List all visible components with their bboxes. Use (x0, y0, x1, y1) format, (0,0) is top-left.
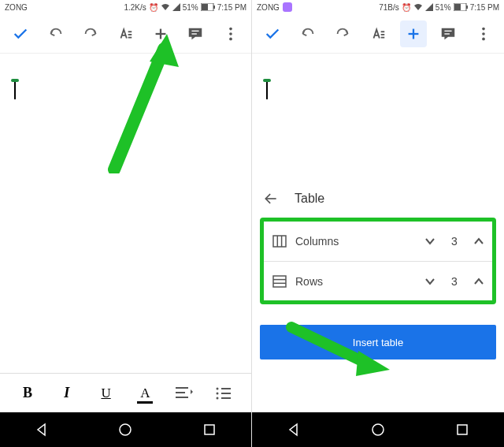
carrier-label: ZONG (257, 3, 280, 12)
svg-point-22 (120, 424, 131, 435)
bold-button[interactable]: B (13, 379, 42, 408)
redo-button[interactable] (329, 20, 356, 47)
wifi-icon (161, 3, 170, 11)
columns-increase-button[interactable] (473, 236, 484, 247)
nav-recent-button[interactable] (454, 422, 470, 438)
android-navbar (252, 412, 504, 447)
columns-row: Columns 3 (264, 222, 492, 261)
alarm-icon: ⏰ (149, 3, 158, 12)
battery-icon (201, 3, 215, 11)
svg-rect-2 (213, 6, 215, 9)
svg-point-11 (229, 32, 232, 35)
alarm-icon: ⏰ (402, 3, 411, 12)
svg-point-16 (217, 387, 219, 389)
nav-home-button[interactable] (117, 422, 133, 438)
italic-button[interactable]: I (53, 379, 81, 408)
signal-icon (425, 3, 433, 11)
battery-pct: 51% (183, 3, 198, 12)
svg-point-36 (482, 37, 485, 40)
document-area[interactable] (252, 54, 504, 180)
svg-point-10 (229, 27, 232, 30)
rows-label: Rows (295, 275, 417, 288)
rows-icon (272, 274, 287, 289)
done-button[interactable] (7, 20, 34, 47)
insert-button[interactable] (400, 20, 427, 47)
clock-label: 7:15 PM (470, 3, 499, 12)
svg-rect-1 (202, 4, 208, 10)
signal-icon (172, 3, 180, 11)
insert-button[interactable] (147, 20, 174, 47)
rows-stepper: 3 (424, 275, 484, 288)
svg-rect-41 (273, 276, 286, 287)
format-button[interactable] (112, 20, 139, 47)
insert-table-panel: Table Columns 3 Rows (252, 180, 504, 412)
status-bar: ZONG 71B/s ⏰ 51% 7:15 PM (252, 0, 504, 14)
notification-badge-icon (283, 2, 292, 12)
comment-button[interactable] (435, 20, 461, 47)
wifi-icon (413, 3, 423, 11)
overflow-menu-button[interactable] (217, 20, 244, 47)
svg-point-34 (482, 27, 485, 30)
net-speed: 1.2K/s (124, 3, 146, 12)
carrier-label: ZONG (5, 3, 28, 12)
nav-recent-button[interactable] (202, 422, 217, 438)
document-area[interactable] (0, 54, 251, 373)
editor-toolbar (252, 14, 504, 54)
svg-rect-26 (466, 6, 468, 9)
battery-icon (454, 3, 468, 11)
svg-rect-45 (458, 425, 467, 434)
overflow-menu-button[interactable] (470, 20, 497, 47)
svg-point-44 (372, 424, 384, 435)
phone-left: ZONG 1.2K/s ⏰ 51% 7:15 PM (0, 0, 252, 447)
svg-point-35 (482, 32, 485, 35)
rows-row: Rows 3 (264, 261, 492, 300)
net-speed: 71B/s (379, 3, 399, 12)
status-bar: ZONG 1.2K/s ⏰ 51% 7:15 PM (0, 0, 251, 14)
phone-right: ZONG 71B/s ⏰ 51% 7:15 PM (252, 0, 504, 447)
format-button[interactable] (365, 20, 391, 47)
comment-button[interactable] (182, 20, 209, 47)
nav-back-button[interactable] (34, 422, 50, 438)
rows-value: 3 (447, 275, 462, 288)
svg-point-12 (229, 37, 232, 40)
battery-pct: 51% (435, 3, 451, 12)
undo-button[interactable] (295, 20, 321, 47)
table-config-box: Columns 3 Rows 3 (260, 218, 496, 304)
panel-back-button[interactable] (263, 191, 279, 207)
redo-button[interactable] (77, 20, 104, 47)
svg-rect-38 (273, 236, 286, 247)
rows-decrease-button[interactable] (424, 276, 435, 287)
svg-rect-23 (205, 425, 214, 434)
columns-decrease-button[interactable] (424, 236, 435, 247)
text-cursor (14, 82, 16, 99)
underline-button[interactable]: U (92, 379, 120, 408)
columns-label: Columns (295, 235, 417, 248)
nav-back-button[interactable] (286, 422, 302, 438)
text-cursor (266, 82, 268, 99)
columns-stepper: 3 (424, 235, 484, 248)
columns-value: 3 (447, 235, 462, 248)
android-navbar (0, 412, 251, 447)
list-button[interactable] (209, 379, 238, 408)
align-button[interactable] (170, 379, 198, 408)
undo-button[interactable] (43, 20, 69, 47)
svg-rect-25 (454, 4, 461, 10)
editor-toolbar (0, 14, 251, 54)
text-color-button[interactable]: A (131, 379, 159, 408)
format-bar: B I U A (0, 373, 251, 412)
svg-point-17 (217, 392, 219, 394)
nav-home-button[interactable] (370, 422, 386, 438)
panel-title: Table (295, 192, 324, 206)
rows-increase-button[interactable] (473, 276, 484, 287)
insert-table-button[interactable]: Insert table (260, 325, 496, 359)
columns-icon (272, 233, 287, 249)
done-button[interactable] (259, 20, 286, 47)
svg-point-18 (217, 397, 219, 399)
clock-label: 7:15 PM (217, 3, 246, 12)
